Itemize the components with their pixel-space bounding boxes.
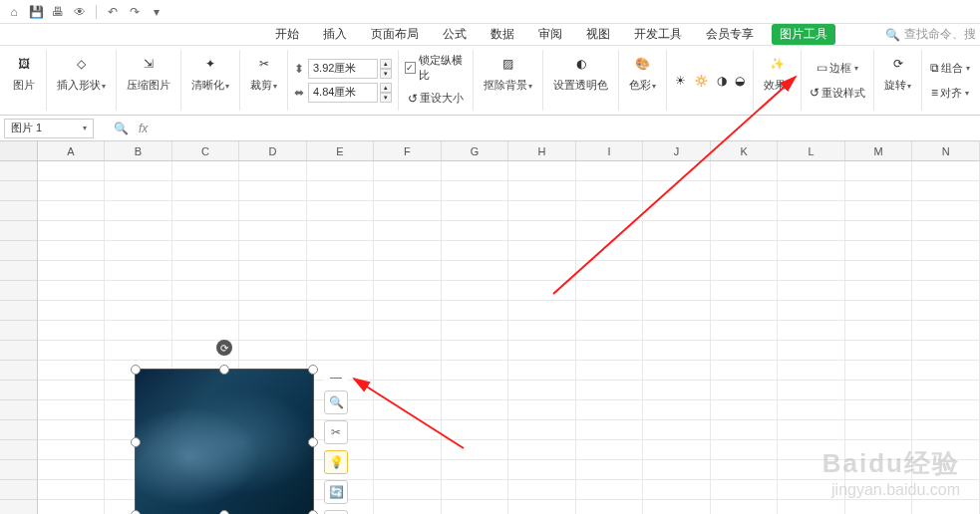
cell[interactable] xyxy=(442,381,509,400)
float-crop-button[interactable]: ✂ xyxy=(324,420,348,444)
resize-handle-br[interactable] xyxy=(308,510,318,514)
cell[interactable] xyxy=(845,201,913,221)
cell[interactable] xyxy=(172,241,240,261)
cell[interactable] xyxy=(643,181,711,201)
column-header[interactable]: D xyxy=(239,141,307,161)
cell[interactable] xyxy=(912,400,980,420)
cell[interactable] xyxy=(374,500,442,514)
cell[interactable] xyxy=(508,381,576,400)
cell[interactable] xyxy=(711,420,779,440)
cell[interactable] xyxy=(374,241,442,261)
row-header[interactable] xyxy=(0,420,38,440)
cell[interactable] xyxy=(307,241,375,261)
color-button[interactable]: 🎨 色彩▾ xyxy=(625,50,660,95)
row-header[interactable] xyxy=(0,221,38,241)
sharpen-button[interactable]: ✦ 清晰化▾ xyxy=(187,50,233,95)
fx-search-icon[interactable]: 🔍 xyxy=(114,122,129,135)
cell[interactable] xyxy=(105,181,172,201)
cell[interactable] xyxy=(711,361,779,381)
cell[interactable] xyxy=(912,201,980,221)
row-header[interactable] xyxy=(0,281,38,301)
cell[interactable] xyxy=(778,281,845,301)
cell[interactable] xyxy=(643,480,711,500)
cell[interactable] xyxy=(912,281,980,301)
column-header[interactable]: C xyxy=(172,141,240,161)
cell[interactable] xyxy=(778,321,845,341)
row-header[interactable] xyxy=(0,161,38,181)
column-header[interactable]: N xyxy=(912,141,980,161)
resize-handle-tm[interactable] xyxy=(219,365,229,375)
cell[interactable] xyxy=(778,301,845,321)
compress-button[interactable]: ⇲ 压缩图片 xyxy=(123,50,174,95)
cell[interactable] xyxy=(508,221,576,241)
cell[interactable] xyxy=(508,460,576,480)
column-header[interactable]: K xyxy=(711,141,779,161)
float-replace-button[interactable]: 🔄 xyxy=(324,480,348,504)
column-header[interactable]: F xyxy=(374,141,442,161)
cell[interactable] xyxy=(307,221,375,241)
cell[interactable] xyxy=(576,460,644,480)
cell[interactable] xyxy=(576,221,644,241)
row-header[interactable] xyxy=(0,341,38,361)
rotate-handle[interactable]: ⟳ xyxy=(216,340,232,356)
cell[interactable] xyxy=(711,440,779,460)
cell[interactable] xyxy=(442,321,509,341)
cell[interactable] xyxy=(105,201,172,221)
cell[interactable] xyxy=(508,440,576,460)
cell[interactable] xyxy=(576,420,644,440)
cell[interactable] xyxy=(239,301,307,321)
cell[interactable] xyxy=(711,381,779,400)
cell[interactable] xyxy=(374,341,442,361)
cell[interactable] xyxy=(912,500,980,514)
cell[interactable] xyxy=(38,400,106,420)
cell[interactable] xyxy=(374,221,442,241)
cell[interactable] xyxy=(576,261,644,281)
cell[interactable] xyxy=(643,400,711,420)
cell[interactable] xyxy=(845,341,913,361)
cell[interactable] xyxy=(711,480,779,500)
cell[interactable] xyxy=(374,281,442,301)
rotate-button[interactable]: ⟳ 旋转▾ xyxy=(880,50,915,95)
cell[interactable] xyxy=(778,181,845,201)
cell[interactable] xyxy=(912,301,980,321)
cell[interactable] xyxy=(172,201,240,221)
width-value[interactable]: 4.84厘米 xyxy=(308,83,378,103)
cell[interactable] xyxy=(374,440,442,460)
cell[interactable] xyxy=(643,161,711,181)
cell[interactable] xyxy=(576,341,644,361)
dropdown-icon[interactable]: ▾ xyxy=(149,4,164,20)
row-header[interactable] xyxy=(0,361,38,381)
cell[interactable] xyxy=(307,201,375,221)
cell[interactable] xyxy=(374,460,442,480)
cell[interactable] xyxy=(307,301,375,321)
column-header[interactable]: H xyxy=(508,141,576,161)
row-header[interactable] xyxy=(0,460,38,480)
set-transparent-button[interactable]: ◐ 设置透明色 xyxy=(549,50,612,95)
home-icon[interactable]: ⌂ xyxy=(6,4,22,20)
width-up[interactable]: ▴ xyxy=(380,83,392,93)
cell[interactable] xyxy=(643,420,711,440)
cell[interactable] xyxy=(508,181,576,201)
cell[interactable] xyxy=(576,400,644,420)
cell[interactable] xyxy=(845,261,913,281)
cell[interactable] xyxy=(442,181,509,201)
cell[interactable] xyxy=(711,261,779,281)
cell[interactable] xyxy=(576,301,644,321)
cell[interactable] xyxy=(38,221,106,241)
cell[interactable] xyxy=(442,480,509,500)
cell[interactable] xyxy=(38,161,106,181)
cell[interactable] xyxy=(105,221,172,241)
cell[interactable] xyxy=(711,221,779,241)
cell[interactable] xyxy=(778,341,845,361)
cell[interactable] xyxy=(442,420,509,440)
cell[interactable] xyxy=(442,281,509,301)
cell[interactable] xyxy=(239,261,307,281)
cell[interactable] xyxy=(576,201,644,221)
cell[interactable] xyxy=(643,201,711,221)
cell[interactable] xyxy=(172,221,240,241)
row-header[interactable] xyxy=(0,181,38,201)
cell[interactable] xyxy=(38,480,106,500)
reset-size-button[interactable]: ↺ 重设大小 xyxy=(406,89,466,108)
cell[interactable] xyxy=(643,301,711,321)
cell[interactable] xyxy=(442,261,509,281)
